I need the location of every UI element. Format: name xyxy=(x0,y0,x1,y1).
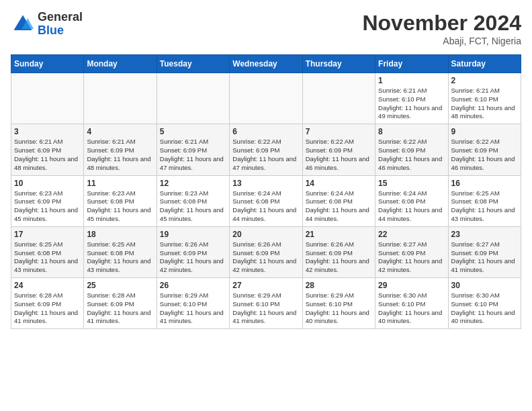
calendar-cell xyxy=(157,73,229,124)
calendar-cell xyxy=(302,73,375,124)
day-number: 7 xyxy=(306,127,372,136)
day-info: Sunrise: 6:26 AM Sunset: 6:09 PM Dayligh… xyxy=(232,240,299,275)
calendar-cell: 3Sunrise: 6:21 AM Sunset: 6:09 PM Daylig… xyxy=(11,124,84,175)
calendar-cell: 4Sunrise: 6:21 AM Sunset: 6:09 PM Daylig… xyxy=(84,124,157,175)
weekday-header: Tuesday xyxy=(157,55,229,73)
day-number: 3 xyxy=(14,127,81,136)
day-info: Sunrise: 6:23 AM Sunset: 6:09 PM Dayligh… xyxy=(14,189,81,224)
calendar: SundayMondayTuesdayWednesdayThursdayFrid… xyxy=(11,54,521,329)
calendar-cell: 29Sunrise: 6:30 AM Sunset: 6:10 PM Dayli… xyxy=(375,278,448,329)
day-number: 1 xyxy=(378,76,445,85)
calendar-cell: 7Sunrise: 6:22 AM Sunset: 6:09 PM Daylig… xyxy=(302,124,375,175)
logo-general: General xyxy=(38,11,83,24)
day-number: 2 xyxy=(451,76,518,85)
calendar-cell: 8Sunrise: 6:22 AM Sunset: 6:09 PM Daylig… xyxy=(375,124,448,175)
calendar-cell: 13Sunrise: 6:24 AM Sunset: 6:08 PM Dayli… xyxy=(230,175,302,226)
day-number: 9 xyxy=(451,127,518,136)
weekday-header: Monday xyxy=(84,55,157,73)
calendar-cell: 10Sunrise: 6:23 AM Sunset: 6:09 PM Dayli… xyxy=(11,175,84,226)
day-number: 19 xyxy=(160,230,226,239)
weekday-header: Wednesday xyxy=(230,55,302,73)
day-info: Sunrise: 6:27 AM Sunset: 6:09 PM Dayligh… xyxy=(378,240,445,275)
calendar-week: 10Sunrise: 6:23 AM Sunset: 6:09 PM Dayli… xyxy=(11,175,521,226)
day-info: Sunrise: 6:25 AM Sunset: 6:08 PM Dayligh… xyxy=(87,240,153,275)
calendar-cell: 24Sunrise: 6:28 AM Sunset: 6:09 PM Dayli… xyxy=(11,278,84,329)
calendar-week: 3Sunrise: 6:21 AM Sunset: 6:09 PM Daylig… xyxy=(11,124,521,175)
day-info: Sunrise: 6:24 AM Sunset: 6:08 PM Dayligh… xyxy=(378,189,445,224)
calendar-cell: 2Sunrise: 6:21 AM Sunset: 6:10 PM Daylig… xyxy=(448,73,521,124)
day-info: Sunrise: 6:29 AM Sunset: 6:10 PM Dayligh… xyxy=(160,291,226,326)
day-number: 28 xyxy=(306,281,372,290)
calendar-cell: 20Sunrise: 6:26 AM Sunset: 6:09 PM Dayli… xyxy=(230,226,302,277)
logo-icon xyxy=(11,12,35,36)
calendar-cell: 17Sunrise: 6:25 AM Sunset: 6:08 PM Dayli… xyxy=(11,226,84,277)
day-info: Sunrise: 6:26 AM Sunset: 6:09 PM Dayligh… xyxy=(306,240,372,275)
calendar-cell: 14Sunrise: 6:24 AM Sunset: 6:08 PM Dayli… xyxy=(302,175,375,226)
day-number: 11 xyxy=(87,179,153,188)
day-number: 15 xyxy=(378,179,445,188)
day-info: Sunrise: 6:30 AM Sunset: 6:10 PM Dayligh… xyxy=(451,291,518,326)
day-info: Sunrise: 6:27 AM Sunset: 6:09 PM Dayligh… xyxy=(451,240,518,275)
day-number: 10 xyxy=(14,179,81,188)
day-info: Sunrise: 6:25 AM Sunset: 6:08 PM Dayligh… xyxy=(451,189,518,224)
day-number: 18 xyxy=(87,230,153,239)
day-info: Sunrise: 6:23 AM Sunset: 6:08 PM Dayligh… xyxy=(87,189,153,224)
day-info: Sunrise: 6:28 AM Sunset: 6:09 PM Dayligh… xyxy=(14,291,81,326)
day-info: Sunrise: 6:24 AM Sunset: 6:08 PM Dayligh… xyxy=(306,189,372,224)
calendar-cell: 18Sunrise: 6:25 AM Sunset: 6:08 PM Dayli… xyxy=(84,226,157,277)
day-info: Sunrise: 6:21 AM Sunset: 6:10 PM Dayligh… xyxy=(378,87,445,121)
day-number: 6 xyxy=(232,127,299,136)
day-info: Sunrise: 6:21 AM Sunset: 6:09 PM Dayligh… xyxy=(87,138,153,172)
calendar-cell: 9Sunrise: 6:22 AM Sunset: 6:09 PM Daylig… xyxy=(448,124,521,175)
weekday-header: Thursday xyxy=(302,55,375,73)
day-info: Sunrise: 6:22 AM Sunset: 6:09 PM Dayligh… xyxy=(451,138,518,172)
day-info: Sunrise: 6:22 AM Sunset: 6:09 PM Dayligh… xyxy=(232,138,299,172)
day-info: Sunrise: 6:29 AM Sunset: 6:10 PM Dayligh… xyxy=(232,291,299,326)
calendar-cell xyxy=(11,73,84,124)
day-info: Sunrise: 6:30 AM Sunset: 6:10 PM Dayligh… xyxy=(378,291,445,326)
calendar-cell: 6Sunrise: 6:22 AM Sunset: 6:09 PM Daylig… xyxy=(230,124,302,175)
day-info: Sunrise: 6:21 AM Sunset: 6:09 PM Dayligh… xyxy=(14,138,81,172)
day-info: Sunrise: 6:25 AM Sunset: 6:08 PM Dayligh… xyxy=(14,240,81,275)
day-number: 30 xyxy=(451,281,518,290)
day-number: 21 xyxy=(306,230,372,239)
calendar-cell: 28Sunrise: 6:29 AM Sunset: 6:10 PM Dayli… xyxy=(302,278,375,329)
location: Abaji, FCT, Nigeria xyxy=(362,36,521,46)
calendar-cell: 11Sunrise: 6:23 AM Sunset: 6:08 PM Dayli… xyxy=(84,175,157,226)
day-number: 27 xyxy=(232,281,299,290)
day-number: 17 xyxy=(14,230,81,239)
calendar-cell: 25Sunrise: 6:28 AM Sunset: 6:09 PM Dayli… xyxy=(84,278,157,329)
title-block: November 2024 Abaji, FCT, Nigeria xyxy=(362,11,521,46)
day-number: 25 xyxy=(87,281,153,290)
day-number: 22 xyxy=(378,230,445,239)
day-number: 29 xyxy=(378,281,445,290)
calendar-cell: 19Sunrise: 6:26 AM Sunset: 6:09 PM Dayli… xyxy=(157,226,229,277)
logo-text: General Blue xyxy=(38,11,83,38)
day-number: 12 xyxy=(160,179,226,188)
day-info: Sunrise: 6:22 AM Sunset: 6:09 PM Dayligh… xyxy=(306,138,372,172)
weekday-header: Sunday xyxy=(11,55,84,73)
header-row: SundayMondayTuesdayWednesdayThursdayFrid… xyxy=(11,55,521,73)
day-number: 14 xyxy=(306,179,372,188)
day-number: 20 xyxy=(232,230,299,239)
calendar-cell: 26Sunrise: 6:29 AM Sunset: 6:10 PM Dayli… xyxy=(157,278,229,329)
weekday-header: Saturday xyxy=(448,55,521,73)
calendar-cell: 27Sunrise: 6:29 AM Sunset: 6:10 PM Dayli… xyxy=(230,278,302,329)
day-number: 26 xyxy=(160,281,226,290)
day-info: Sunrise: 6:21 AM Sunset: 6:10 PM Dayligh… xyxy=(451,87,518,121)
calendar-week: 24Sunrise: 6:28 AM Sunset: 6:09 PM Dayli… xyxy=(11,278,521,329)
day-number: 24 xyxy=(14,281,81,290)
calendar-body: 1Sunrise: 6:21 AM Sunset: 6:10 PM Daylig… xyxy=(11,73,521,329)
calendar-cell: 21Sunrise: 6:26 AM Sunset: 6:09 PM Dayli… xyxy=(302,226,375,277)
day-number: 5 xyxy=(160,127,226,136)
day-info: Sunrise: 6:21 AM Sunset: 6:09 PM Dayligh… xyxy=(160,138,226,172)
calendar-header: SundayMondayTuesdayWednesdayThursdayFrid… xyxy=(11,55,521,73)
calendar-cell: 1Sunrise: 6:21 AM Sunset: 6:10 PM Daylig… xyxy=(375,73,448,124)
calendar-cell: 15Sunrise: 6:24 AM Sunset: 6:08 PM Dayli… xyxy=(375,175,448,226)
weekday-header: Friday xyxy=(375,55,448,73)
calendar-week: 17Sunrise: 6:25 AM Sunset: 6:08 PM Dayli… xyxy=(11,226,521,277)
month-title: November 2024 xyxy=(362,11,521,36)
day-info: Sunrise: 6:26 AM Sunset: 6:09 PM Dayligh… xyxy=(160,240,226,275)
calendar-week: 1Sunrise: 6:21 AM Sunset: 6:10 PM Daylig… xyxy=(11,73,521,124)
calendar-cell: 22Sunrise: 6:27 AM Sunset: 6:09 PM Dayli… xyxy=(375,226,448,277)
